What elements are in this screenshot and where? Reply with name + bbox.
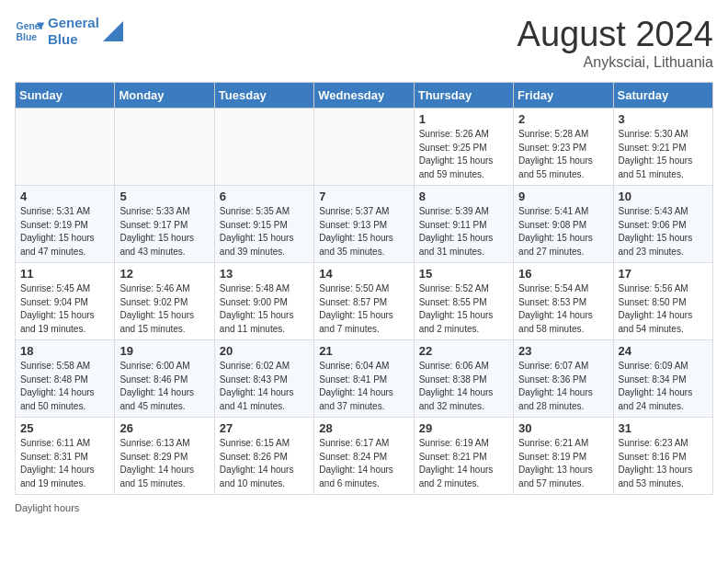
- day-info: Sunrise: 5:39 AMSunset: 9:11 PMDaylight:…: [419, 205, 508, 259]
- day-number: 28: [319, 421, 408, 435]
- day-number: 27: [220, 421, 309, 435]
- calendar-cell: 30 Sunrise: 6:21 AMSunset: 8:19 PMDaylig…: [514, 418, 613, 495]
- calendar-title: August 2024: [518, 15, 713, 54]
- calendar-cell: 15 Sunrise: 5:52 AMSunset: 8:55 PMDaylig…: [414, 263, 513, 340]
- calendar-cell: [115, 109, 214, 186]
- day-info: Sunrise: 5:54 AMSunset: 8:53 PMDaylight:…: [518, 282, 608, 336]
- day-info: Sunrise: 5:50 AMSunset: 8:57 PMDaylight:…: [319, 282, 408, 336]
- calendar-cell: 20 Sunrise: 6:02 AMSunset: 8:43 PMDaylig…: [214, 340, 313, 418]
- day-info: Sunrise: 5:33 AMSunset: 9:17 PMDaylight:…: [119, 205, 209, 259]
- day-number: 1: [419, 112, 508, 126]
- calendar-subtitle: Anyksciai, Lithuania: [518, 54, 713, 71]
- day-info: Sunrise: 6:06 AMSunset: 8:38 PMDaylight:…: [419, 360, 508, 413]
- day-number: 20: [220, 344, 309, 358]
- day-number: 3: [619, 112, 708, 126]
- logo-icon: General Blue: [15, 17, 44, 46]
- day-info: Sunrise: 6:15 AMSunset: 8:26 PMDaylight:…: [220, 437, 309, 490]
- day-info: Sunrise: 5:56 AMSunset: 8:50 PMDaylight:…: [619, 282, 708, 336]
- day-number: 26: [119, 421, 209, 435]
- day-number: 24: [619, 344, 708, 358]
- calendar-cell: 1 Sunrise: 5:26 AMSunset: 9:25 PMDayligh…: [414, 109, 513, 186]
- day-number: 22: [419, 344, 508, 358]
- calendar-cell: 29 Sunrise: 6:19 AMSunset: 8:21 PMDaylig…: [414, 418, 513, 495]
- calendar-cell: 21 Sunrise: 6:04 AMSunset: 8:41 PMDaylig…: [314, 340, 414, 418]
- day-info: Sunrise: 5:30 AMSunset: 9:21 PMDaylight:…: [619, 128, 708, 181]
- calendar-cell: 3 Sunrise: 5:30 AMSunset: 9:21 PMDayligh…: [613, 109, 712, 186]
- day-info: Sunrise: 5:37 AMSunset: 9:13 PMDaylight:…: [319, 205, 408, 259]
- day-number: 9: [518, 190, 608, 203]
- day-number: 14: [319, 267, 408, 281]
- day-info: Sunrise: 6:17 AMSunset: 8:24 PMDaylight:…: [319, 437, 408, 490]
- day-info: Sunrise: 5:52 AMSunset: 8:55 PMDaylight:…: [419, 282, 508, 336]
- title-area: August 2024 Anyksciai, Lithuania: [518, 15, 713, 71]
- calendar-cell: 24 Sunrise: 6:09 AMSunset: 8:34 PMDaylig…: [613, 340, 712, 418]
- day-number: 5: [119, 190, 209, 203]
- day-number: 31: [619, 421, 708, 435]
- day-info: Sunrise: 5:48 AMSunset: 9:00 PMDaylight:…: [220, 282, 309, 336]
- day-info: Sunrise: 6:07 AMSunset: 8:36 PMDaylight:…: [518, 360, 608, 413]
- day-number: 13: [220, 267, 309, 281]
- day-number: 29: [419, 421, 508, 435]
- week-row-1: 1 Sunrise: 5:26 AMSunset: 9:25 PMDayligh…: [16, 109, 713, 186]
- week-row-5: 25 Sunrise: 6:11 AMSunset: 8:31 PMDaylig…: [16, 418, 713, 495]
- day-number: 18: [20, 344, 109, 358]
- day-number: 12: [119, 267, 209, 281]
- logo: General Blue General Blue: [15, 15, 123, 48]
- logo-blue: Blue: [48, 31, 99, 48]
- calendar-cell: [314, 109, 414, 186]
- calendar-cell: 31 Sunrise: 6:23 AMSunset: 8:16 PMDaylig…: [613, 418, 712, 495]
- calendar-table: SundayMondayTuesdayWednesdayThursdayFrid…: [15, 82, 713, 495]
- day-info: Sunrise: 6:04 AMSunset: 8:41 PMDaylight:…: [319, 360, 408, 413]
- day-info: Sunrise: 5:46 AMSunset: 9:02 PMDaylight:…: [119, 282, 209, 336]
- header: General Blue General Blue August 2024 An…: [15, 15, 713, 71]
- footer-note: Daylight hours: [15, 502, 713, 513]
- calendar-cell: 28 Sunrise: 6:17 AMSunset: 8:24 PMDaylig…: [314, 418, 414, 495]
- day-number: 16: [518, 267, 608, 281]
- calendar-cell: 8 Sunrise: 5:39 AMSunset: 9:11 PMDayligh…: [414, 186, 513, 263]
- calendar-cell: 25 Sunrise: 6:11 AMSunset: 8:31 PMDaylig…: [16, 418, 115, 495]
- header-day-monday: Monday: [115, 83, 214, 109]
- calendar-cell: 4 Sunrise: 5:31 AMSunset: 9:19 PMDayligh…: [16, 186, 115, 263]
- day-info: Sunrise: 6:13 AMSunset: 8:29 PMDaylight:…: [119, 437, 209, 490]
- day-number: 25: [20, 421, 109, 435]
- day-number: 4: [20, 190, 109, 203]
- calendar-cell: 13 Sunrise: 5:48 AMSunset: 9:00 PMDaylig…: [214, 263, 313, 340]
- calendar-cell: 26 Sunrise: 6:13 AMSunset: 8:29 PMDaylig…: [115, 418, 214, 495]
- day-number: 17: [619, 267, 708, 281]
- logo-general: General: [48, 15, 99, 31]
- calendar-cell: [214, 109, 313, 186]
- day-info: Sunrise: 5:58 AMSunset: 8:48 PMDaylight:…: [20, 360, 109, 413]
- svg-text:Blue: Blue: [17, 32, 38, 42]
- day-info: Sunrise: 6:21 AMSunset: 8:19 PMDaylight:…: [518, 437, 608, 490]
- calendar-cell: 14 Sunrise: 5:50 AMSunset: 8:57 PMDaylig…: [314, 263, 414, 340]
- header-day-friday: Friday: [514, 83, 613, 109]
- day-number: 30: [518, 421, 608, 435]
- calendar-cell: 27 Sunrise: 6:15 AMSunset: 8:26 PMDaylig…: [214, 418, 313, 495]
- day-info: Sunrise: 5:41 AMSunset: 9:08 PMDaylight:…: [518, 205, 608, 259]
- calendar-cell: 2 Sunrise: 5:28 AMSunset: 9:23 PMDayligh…: [514, 109, 613, 186]
- day-info: Sunrise: 5:26 AMSunset: 9:25 PMDaylight:…: [419, 128, 508, 181]
- calendar-cell: 11 Sunrise: 5:45 AMSunset: 9:04 PMDaylig…: [16, 263, 115, 340]
- calendar-cell: 12 Sunrise: 5:46 AMSunset: 9:02 PMDaylig…: [115, 263, 214, 340]
- day-info: Sunrise: 6:19 AMSunset: 8:21 PMDaylight:…: [419, 437, 508, 490]
- day-info: Sunrise: 6:11 AMSunset: 8:31 PMDaylight:…: [20, 437, 109, 490]
- calendar-cell: 5 Sunrise: 5:33 AMSunset: 9:17 PMDayligh…: [115, 186, 214, 263]
- week-row-4: 18 Sunrise: 5:58 AMSunset: 8:48 PMDaylig…: [16, 340, 713, 418]
- svg-marker-3: [103, 21, 123, 41]
- calendar-cell: 9 Sunrise: 5:41 AMSunset: 9:08 PMDayligh…: [514, 186, 613, 263]
- calendar-cell: 19 Sunrise: 6:00 AMSunset: 8:46 PMDaylig…: [115, 340, 214, 418]
- day-info: Sunrise: 5:35 AMSunset: 9:15 PMDaylight:…: [220, 205, 309, 259]
- week-row-2: 4 Sunrise: 5:31 AMSunset: 9:19 PMDayligh…: [16, 186, 713, 263]
- calendar-cell: 17 Sunrise: 5:56 AMSunset: 8:50 PMDaylig…: [613, 263, 712, 340]
- day-info: Sunrise: 5:43 AMSunset: 9:06 PMDaylight:…: [619, 205, 708, 259]
- calendar-cell: 16 Sunrise: 5:54 AMSunset: 8:53 PMDaylig…: [514, 263, 613, 340]
- day-info: Sunrise: 6:23 AMSunset: 8:16 PMDaylight:…: [619, 437, 708, 490]
- header-day-tuesday: Tuesday: [214, 83, 313, 109]
- day-number: 19: [119, 344, 209, 358]
- day-info: Sunrise: 5:45 AMSunset: 9:04 PMDaylight:…: [20, 282, 109, 336]
- day-info: Sunrise: 5:31 AMSunset: 9:19 PMDaylight:…: [20, 205, 109, 259]
- day-info: Sunrise: 5:28 AMSunset: 9:23 PMDaylight:…: [518, 128, 608, 181]
- header-day-sunday: Sunday: [16, 83, 115, 109]
- header-day-saturday: Saturday: [613, 83, 712, 109]
- day-info: Sunrise: 6:09 AMSunset: 8:34 PMDaylight:…: [619, 360, 708, 413]
